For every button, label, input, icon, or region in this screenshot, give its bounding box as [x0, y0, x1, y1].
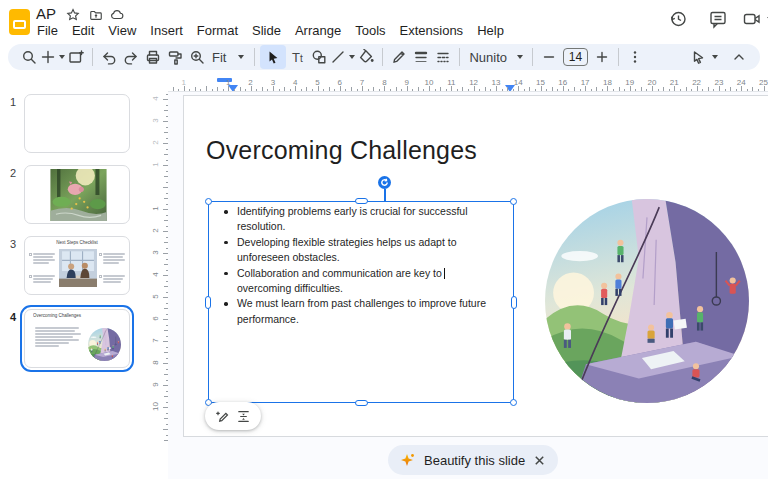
ruler-number: 20: [648, 78, 657, 87]
document-title[interactable]: AP: [36, 5, 56, 22]
ruler-number: 10: [425, 78, 434, 87]
fit-dropdown-icon[interactable]: [238, 55, 244, 59]
slide-thumbnail-4[interactable]: Overcoming Challenges: [24, 309, 130, 368]
border-dash-icon[interactable]: [432, 45, 454, 69]
vertical-ruler[interactable]: 432112345678910: [146, 92, 168, 442]
ruler-number: 2: [151, 136, 160, 150]
menu-help[interactable]: Help: [470, 21, 511, 40]
decrease-font-icon[interactable]: [538, 45, 560, 69]
zoom-fit-select[interactable]: Fit: [208, 45, 230, 69]
ruler-tick: [557, 89, 558, 92]
ruler-tick: [206, 86, 207, 91]
autofit-text-icon[interactable]: [236, 409, 251, 424]
font-family-select[interactable]: Nunito: [465, 45, 511, 69]
bullet-textbox[interactable]: Identifying problems early is crucial fo…: [208, 201, 514, 403]
thumb-text-line: [103, 253, 125, 255]
bullet-text-line[interactable]: unforeseen obstacles.: [237, 250, 513, 265]
fill-color-icon[interactable]: [355, 45, 377, 69]
menu-view[interactable]: View: [101, 21, 143, 40]
bullet-text-line[interactable]: We must learn from past challenges to im…: [237, 296, 513, 311]
climbing-illustration-image[interactable]: [545, 199, 749, 403]
zoom-icon[interactable]: [186, 45, 208, 69]
ruler-tick: [284, 87, 285, 91]
new-slide-button[interactable]: [40, 45, 65, 69]
thumb-text-line: [35, 342, 69, 344]
ruler-tick: [680, 89, 681, 92]
bullet-text-line[interactable]: performance.: [237, 312, 513, 327]
slide-thumbnail-2[interactable]: [24, 165, 130, 224]
line-tool-icon[interactable]: [330, 45, 355, 69]
resize-handle-e[interactable]: [511, 296, 517, 309]
ruler-tick: [223, 89, 224, 92]
redo-icon[interactable]: [120, 45, 142, 69]
thumb-text-line: [33, 259, 55, 261]
shapes-icon[interactable]: [308, 45, 330, 69]
menu-format[interactable]: Format: [190, 21, 245, 40]
resize-handle-nw[interactable]: [205, 198, 212, 205]
border-weight-icon[interactable]: [410, 45, 432, 69]
ruler-tick: [329, 87, 330, 91]
beautify-close-icon[interactable]: [533, 454, 546, 467]
resize-handle-w[interactable]: [205, 296, 211, 309]
font-size-input[interactable]: 14: [563, 48, 588, 66]
search-menus-icon[interactable]: [18, 45, 40, 69]
menu-tools[interactable]: Tools: [348, 21, 392, 40]
ruler-number: 11: [447, 78, 455, 87]
ruler-tick: [173, 87, 174, 91]
select-tool-icon[interactable]: [260, 45, 286, 69]
pen-tools-dropdown-icon[interactable]: [712, 55, 718, 59]
border-color-icon[interactable]: [388, 45, 410, 69]
resize-handle-se[interactable]: [510, 399, 517, 406]
ruler-tick: [591, 89, 592, 92]
bullet-list: Identifying problems early is crucial fo…: [209, 204, 513, 327]
hide-menus-icon[interactable]: [728, 45, 750, 69]
menu-extensions[interactable]: Extensions: [393, 21, 471, 40]
menu-arrange[interactable]: Arrange: [288, 21, 348, 40]
bullet-text-line[interactable]: Developing flexible strategies helps us …: [237, 235, 513, 250]
ruler-tick: [240, 87, 241, 91]
menu-slide[interactable]: Slide: [245, 21, 288, 40]
bullet-text-line[interactable]: resolution.: [237, 219, 513, 234]
text-box-icon[interactable]: Tt: [286, 45, 308, 69]
more-options-icon[interactable]: [624, 45, 646, 69]
cloud-status-icon[interactable]: [110, 8, 124, 22]
pen-tools-icon[interactable]: [687, 45, 709, 69]
slide-thumbnail-1[interactable]: [24, 94, 130, 153]
ruler-tick: [635, 89, 636, 92]
slide-canvas[interactable]: Overcoming Challenges Identifying proble…: [168, 92, 768, 479]
increase-font-icon[interactable]: [591, 45, 613, 69]
resize-handle-ne[interactable]: [510, 198, 517, 205]
print-icon[interactable]: [142, 45, 164, 69]
menu-file[interactable]: File: [30, 21, 65, 40]
slide-title[interactable]: Overcoming Challenges: [206, 136, 477, 165]
menu-insert[interactable]: Insert: [143, 21, 190, 40]
beautify-label[interactable]: Beautify this slide: [424, 453, 525, 468]
ruler-number: 1: [226, 78, 230, 87]
ruler-number: 9: [151, 378, 160, 392]
paint-format-icon[interactable]: [164, 45, 186, 69]
meet-camera-icon[interactable]: [742, 9, 762, 29]
bullet-text-line[interactable]: Identifying problems early is crucial fo…: [237, 204, 513, 219]
bullet-text-line[interactable]: Collaboration and communication are key …: [237, 266, 513, 281]
star-icon[interactable]: [66, 8, 80, 22]
ruler-tick: [552, 87, 553, 91]
menu-edit[interactable]: Edit: [65, 21, 101, 40]
ruler-number: 15: [536, 78, 545, 87]
resize-handle-n[interactable]: [355, 198, 368, 204]
horizontal-ruler[interactable]: 1123456789101112131415161718192021222324…: [168, 78, 768, 92]
slides-logo-icon[interactable]: [9, 9, 30, 35]
undo-icon[interactable]: [98, 45, 120, 69]
version-history-icon[interactable]: [668, 9, 688, 29]
ruler-tick: [713, 89, 714, 92]
comments-icon[interactable]: [708, 9, 728, 29]
move-folder-icon[interactable]: [89, 8, 103, 22]
resize-handle-s[interactable]: [355, 400, 368, 406]
thumb-climbing-image: [88, 328, 121, 361]
magic-write-icon[interactable]: [215, 409, 230, 424]
font-dropdown-icon[interactable]: [517, 55, 523, 59]
templates-icon[interactable]: [65, 45, 87, 69]
slide-thumbnail-3[interactable]: Next Steps Checklist: [24, 236, 130, 295]
bullet-text-line[interactable]: overcoming difficulties.: [237, 281, 513, 296]
current-slide[interactable]: Overcoming Challenges Identifying proble…: [183, 95, 768, 437]
rotate-handle-icon[interactable]: [378, 176, 391, 189]
